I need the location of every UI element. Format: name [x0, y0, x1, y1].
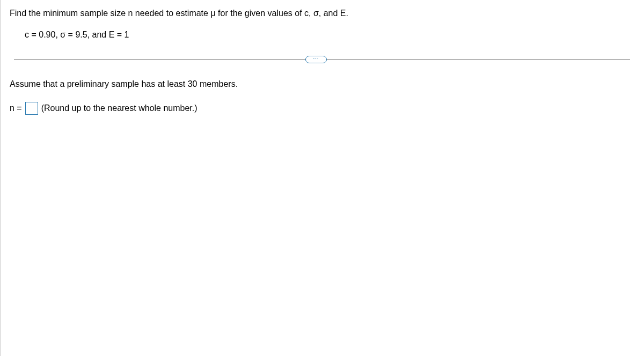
- section-divider: ⋯: [14, 55, 630, 64]
- answer-hint: (Round up to the nearest whole number.): [41, 103, 197, 113]
- assumption-text: Assume that a preliminary sample has at …: [10, 79, 634, 89]
- question-prompt: Find the minimum sample size n needed to…: [10, 8, 634, 19]
- expand-button[interactable]: ⋯: [305, 56, 327, 63]
- left-border: [0, 0, 1, 356]
- question-content: Find the minimum sample size n needed to…: [0, 0, 644, 122]
- question-params: c = 0.90, σ = 9.5, and E = 1: [25, 30, 634, 40]
- answer-label: n =: [10, 103, 22, 113]
- answer-row: n = (Round up to the nearest whole numbe…: [10, 102, 634, 115]
- answer-input[interactable]: [25, 102, 38, 115]
- ellipsis-icon: ⋯: [313, 56, 319, 62]
